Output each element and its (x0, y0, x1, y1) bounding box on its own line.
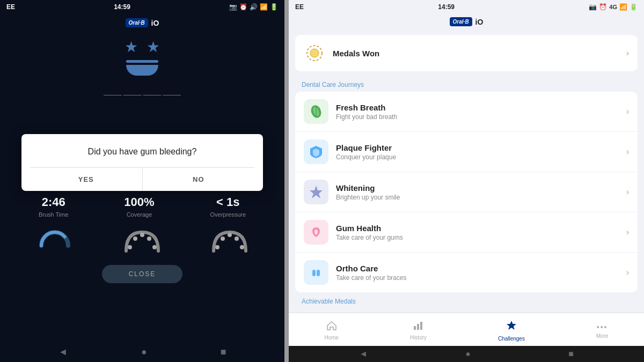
journey-list: Fresh Breath Fight your bad breath › Pla… (295, 92, 638, 292)
right-status-bar: EE 14:59 📷 ⏰ 4G 📶 🔋 (289, 0, 644, 14)
more-icon: ••• (597, 323, 608, 331)
gauge-svg (36, 227, 74, 254)
fresh-breath-text: Fresh Breath Fight your bad breath (336, 103, 619, 121)
left-carrier: EE (6, 3, 15, 11)
fresh-breath-title: Fresh Breath (336, 103, 619, 112)
svg-point-11 (240, 245, 244, 249)
ortho-care-icon (304, 260, 328, 285)
yes-button[interactable]: YES (30, 168, 143, 191)
left-back-button[interactable]: ◄ (58, 346, 68, 358)
brush-time-value: 2:46 (42, 195, 65, 209)
right-status-icons: 📷 ⏰ 4G 📶 🔋 (589, 3, 638, 11)
arches-area (0, 222, 284, 261)
svg-point-8 (221, 237, 225, 241)
dental-journeys-label: Dental Care Journeys (289, 76, 644, 92)
right-bottom-nav: Home History Challenges ••• More (289, 313, 644, 346)
right-phone-nav: ◄ ● ■ (289, 346, 644, 362)
svg-point-6 (152, 245, 157, 249)
svg-point-9 (228, 233, 232, 237)
info-text: _____ _____ _____ _____ (0, 86, 284, 98)
overpressure-label: Overpressure (210, 211, 246, 218)
right-phone: EE 14:59 📷 ⏰ 4G 📶 🔋 Oral·B iO Medals Won… (289, 0, 644, 362)
nav-challenges[interactable]: Challenges (489, 317, 533, 344)
smiley-eyes (126, 60, 158, 63)
right-back-button[interactable]: ◄ (359, 349, 368, 359)
scroll-content[interactable]: Medals Won › Dental Care Journeys Fresh … (289, 31, 644, 313)
gum-health-chevron: › (626, 227, 629, 237)
whitening-subtitle: Brighten up your smile (336, 194, 619, 201)
arch-diagram-2 (208, 224, 251, 256)
journey-item-plaque-fighter[interactable]: Plaque Fighter Conquer your plaque › (295, 132, 638, 172)
coverage-value: 100% (124, 195, 154, 209)
journey-item-fresh-breath[interactable]: Fresh Breath Fight your bad breath › (295, 92, 638, 132)
right-home-button[interactable]: ● (465, 349, 471, 359)
medals-won-item[interactable]: Medals Won › (295, 35, 638, 71)
left-nav-bar: ◄ ● ■ (0, 342, 284, 362)
whitening-text: Whitening Brighten up your smile (336, 183, 619, 201)
io-text-left: iO (151, 19, 159, 27)
stat-coverage: 100% Coverage (124, 195, 154, 218)
arch-svg-2 (211, 227, 248, 254)
stat-overpressure: < 1s Overpressure (210, 195, 246, 218)
fresh-breath-subtitle: Fight your bad breath (336, 113, 619, 121)
right-carrier: EE (295, 3, 304, 11)
gauge-diagram (33, 224, 76, 256)
star-2: ★ (147, 38, 160, 56)
medals-icon (304, 42, 325, 64)
stats-area: 2:46 Brush Time 100% Coverage < 1s Overp… (0, 189, 284, 222)
achievable-medals-label: Achievable Medals (289, 292, 644, 308)
close-button[interactable]: CLOSE (102, 265, 183, 283)
left-brand-header: Oral·B iO (0, 14, 284, 29)
plaque-fighter-icon (304, 139, 328, 164)
fresh-breath-chevron: › (626, 107, 629, 116)
star-1: ★ (125, 38, 138, 56)
oral-b-logo-right: Oral·B (450, 17, 472, 26)
dialog-question: Did you have gum bleeding? (30, 147, 254, 157)
challenges-icon (506, 320, 517, 334)
right-recent-button[interactable]: ■ (568, 349, 574, 359)
ortho-care-title: Ortho Care (336, 264, 619, 273)
dialog-buttons: YES NO (30, 167, 254, 191)
nav-home[interactable]: Home (316, 319, 347, 343)
left-status-bar: EE 14:59 📷 ⏰ 🔊 📶 🔋 (0, 0, 284, 14)
svg-rect-22 (420, 322, 422, 330)
left-home-button[interactable]: ● (141, 346, 147, 358)
gum-health-text: Gum Health Take care of your gums (336, 224, 619, 241)
phone-divider (284, 0, 289, 362)
no-button[interactable]: NO (143, 168, 255, 191)
home-icon (326, 321, 337, 333)
svg-marker-23 (507, 321, 516, 330)
close-button-area: CLOSE (0, 261, 284, 287)
journey-item-ortho-care[interactable]: Ortho Care Take care of your braces › (295, 253, 638, 292)
svg-point-5 (147, 237, 151, 241)
rating-area: ★ ★ (0, 29, 284, 86)
plaque-fighter-title: Plaque Fighter (336, 143, 619, 152)
home-label: Home (324, 335, 339, 341)
brush-time-label: Brush Time (39, 211, 69, 218)
svg-rect-21 (417, 324, 419, 330)
plaque-fighter-text: Plaque Fighter Conquer your plaque (336, 143, 619, 161)
medals-won-label: Medals Won (333, 49, 619, 58)
right-brand-header: Oral·B iO (289, 14, 644, 31)
journey-item-whitening[interactable]: Whitening Brighten up your smile › (295, 172, 638, 212)
svg-marker-17 (310, 186, 323, 198)
plaque-fighter-subtitle: Conquer your plaque (336, 153, 619, 161)
whitening-chevron: › (626, 187, 629, 197)
nav-more[interactable]: ••• More (588, 321, 617, 341)
gum-bleeding-dialog: Did you have gum bleeding? YES NO (21, 134, 263, 191)
medals-chevron: › (626, 48, 629, 58)
svg-point-10 (235, 237, 239, 241)
stat-brush-time: 2:46 Brush Time (39, 195, 69, 218)
nav-history[interactable]: History (401, 319, 435, 343)
left-phone: EE 14:59 📷 ⏰ 🔊 📶 🔋 Oral·B iO ★ ★ _____ _… (0, 0, 284, 362)
ortho-care-chevron: › (626, 268, 629, 277)
journey-item-gum-health[interactable]: Gum Health Take care of your gums › (295, 212, 638, 253)
arch-diagram-1 (121, 224, 164, 256)
oral-b-logo-left: Oral·B (126, 18, 148, 27)
io-text-right: iO (475, 18, 484, 26)
svg-rect-18 (312, 270, 316, 276)
smiley-face (121, 60, 164, 82)
left-recent-button[interactable]: ■ (221, 346, 226, 358)
plaque-fighter-chevron: › (626, 147, 629, 157)
gum-health-subtitle: Take care of your gums (336, 234, 619, 241)
